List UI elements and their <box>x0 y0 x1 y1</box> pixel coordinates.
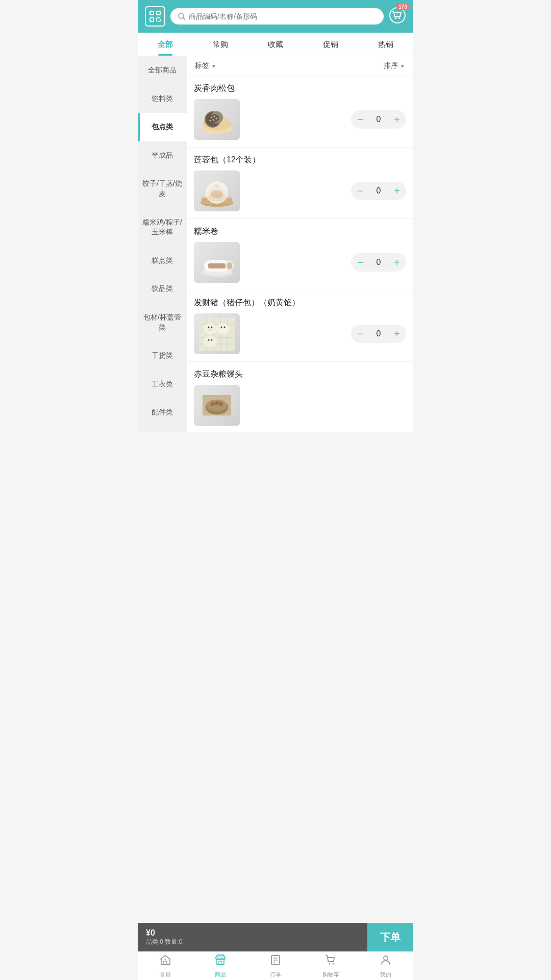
product-name-p1: 炭香肉松包 <box>194 83 406 94</box>
tag-filter-arrow: ▼ <box>211 63 216 69</box>
sidebar-item-workwear[interactable]: 工衣类 <box>138 370 187 399</box>
qty-control-p1: − 0 + <box>351 110 406 129</box>
product-image-p4 <box>194 313 240 354</box>
qty-decrease-p1[interactable]: − <box>351 110 369 129</box>
svg-point-50 <box>208 326 210 328</box>
svg-point-56 <box>211 339 213 340</box>
sidebar-item-dry[interactable]: 干货类 <box>138 341 187 370</box>
product-row-p1: − 0 + <box>194 99 406 140</box>
svg-rect-37 <box>199 317 235 351</box>
svg-point-60 <box>221 326 222 328</box>
qty-control-p2: − 0 + <box>351 182 406 200</box>
product-item-p5: 赤豆杂粮馒头 <box>187 362 413 432</box>
product-name-p5: 赤豆杂粮馒头 <box>194 369 406 380</box>
product-item-p2: 莲蓉包（12个装） <box>187 148 413 219</box>
product-img-svg-p3 <box>199 246 235 279</box>
qty-increase-p4[interactable]: + <box>388 325 406 343</box>
tag-filter-button[interactable]: 标签 ▼ <box>195 61 216 70</box>
qty-control-p3: − 0 + <box>351 253 406 272</box>
scan-icon <box>148 10 162 23</box>
svg-point-52 <box>204 336 217 347</box>
product-img-svg-p2 <box>199 175 235 208</box>
svg-point-61 <box>224 326 226 328</box>
sidebar-item-sticky-rice[interactable]: 糯米鸡/粽子/玉米棒 <box>138 208 187 247</box>
sidebar-item-dumpling[interactable]: 饺子/干蒸/烧麦 <box>138 169 187 208</box>
sidebar-item-accessories[interactable]: 配件类 <box>138 398 187 427</box>
sidebar-item-baozi[interactable]: 包点类 <box>138 113 187 141</box>
cart-badge: 173 <box>396 4 409 10</box>
svg-point-11 <box>398 17 400 19</box>
product-image-p5 <box>194 385 240 426</box>
sidebar-item-packaging[interactable]: 包材/杯盖管类 <box>138 303 187 341</box>
product-img-svg-p1 <box>199 103 235 136</box>
svg-rect-34 <box>208 263 226 268</box>
svg-point-28 <box>211 190 223 198</box>
sidebar-item-drinks[interactable]: 饮品类 <box>138 275 187 303</box>
svg-rect-1 <box>157 11 160 15</box>
filter-bar: 标签 ▼ 排序 ▼ <box>187 56 413 76</box>
search-bar[interactable] <box>170 8 384 24</box>
sidebar-item-semi[interactable]: 半成品 <box>138 141 187 170</box>
product-name-p4: 发财猪（猪仔包）（奶黄馅） <box>194 298 406 308</box>
tab-all[interactable]: 全部 <box>138 33 193 56</box>
qty-increase-p3[interactable]: + <box>388 253 406 272</box>
qty-increase-p1[interactable]: + <box>388 110 406 129</box>
product-name-p2: 莲蓉包（12个装） <box>194 155 406 165</box>
product-row-p2: − 0 + <box>194 170 406 211</box>
svg-point-18 <box>211 116 212 118</box>
svg-line-8 <box>183 18 185 19</box>
svg-point-19 <box>214 115 215 117</box>
svg-point-66 <box>215 401 219 405</box>
product-image-p2 <box>194 170 240 211</box>
svg-point-10 <box>395 17 396 19</box>
svg-point-65 <box>211 402 215 406</box>
svg-point-49 <box>209 328 212 331</box>
search-input[interactable] <box>189 12 377 20</box>
qty-value-p4: 0 <box>369 329 388 338</box>
product-item-p4: 发财猪（猪仔包）（奶黄馅） <box>187 290 413 362</box>
svg-point-36 <box>227 262 232 270</box>
svg-point-29 <box>215 184 219 188</box>
product-name-p3: 糯米卷 <box>194 226 406 237</box>
category-tabs: 全部 常购 收藏 促销 热销 <box>138 33 413 56</box>
sort-arrow: ▼ <box>400 63 405 69</box>
tab-hot[interactable]: 热销 <box>358 33 413 56</box>
svg-point-20 <box>213 119 214 120</box>
cart-button[interactable]: 173 <box>389 7 406 26</box>
qty-increase-p2[interactable]: + <box>388 182 406 200</box>
sidebar-item-all-goods[interactable]: 全部商品 <box>138 56 187 85</box>
svg-point-67 <box>219 402 223 406</box>
qty-value-p2: 0 <box>369 186 388 195</box>
product-img-svg-p5 <box>199 395 235 415</box>
svg-point-55 <box>208 339 210 340</box>
qty-control-p4: − 0 + <box>351 325 406 343</box>
sidebar-item-pastry[interactable]: 糕点类 <box>138 247 187 275</box>
sidebar: 全部商品 馅料类 包点类 半成品 饺子/干蒸/烧麦 糯米鸡/粽子/玉米棒 糕点类… <box>138 56 187 432</box>
sidebar-item-filling[interactable]: 馅料类 <box>138 85 187 113</box>
scan-button[interactable] <box>145 6 165 27</box>
qty-decrease-p2[interactable]: − <box>351 182 369 200</box>
main-content: 全部商品 馅料类 包点类 半成品 饺子/干蒸/烧麦 糯米鸡/粽子/玉米棒 糕点类… <box>138 56 413 432</box>
qty-value-p1: 0 <box>369 115 388 124</box>
svg-point-51 <box>211 326 213 328</box>
product-row-p5 <box>194 385 406 426</box>
svg-point-17 <box>209 114 219 122</box>
svg-point-57 <box>216 323 230 334</box>
qty-value-p3: 0 <box>369 258 388 267</box>
product-image-p1 <box>194 99 240 140</box>
product-image-p3 <box>194 242 240 283</box>
tab-frequent[interactable]: 常购 <box>193 33 248 56</box>
qty-decrease-p3[interactable]: − <box>351 253 369 272</box>
svg-point-21 <box>216 117 217 119</box>
tab-promo[interactable]: 促销 <box>303 33 358 56</box>
product-item-p3: 糯米卷 <box>187 219 413 290</box>
search-icon <box>178 12 186 20</box>
sort-label: 排序 <box>384 61 398 70</box>
svg-rect-2 <box>150 18 154 21</box>
svg-point-22 <box>210 119 211 121</box>
tab-favorite[interactable]: 收藏 <box>248 33 303 56</box>
qty-decrease-p4[interactable]: − <box>351 325 369 343</box>
svg-rect-0 <box>150 11 154 15</box>
product-list: 标签 ▼ 排序 ▼ 炭香肉松包 <box>187 56 413 432</box>
sort-button[interactable]: 排序 ▼ <box>384 61 405 70</box>
